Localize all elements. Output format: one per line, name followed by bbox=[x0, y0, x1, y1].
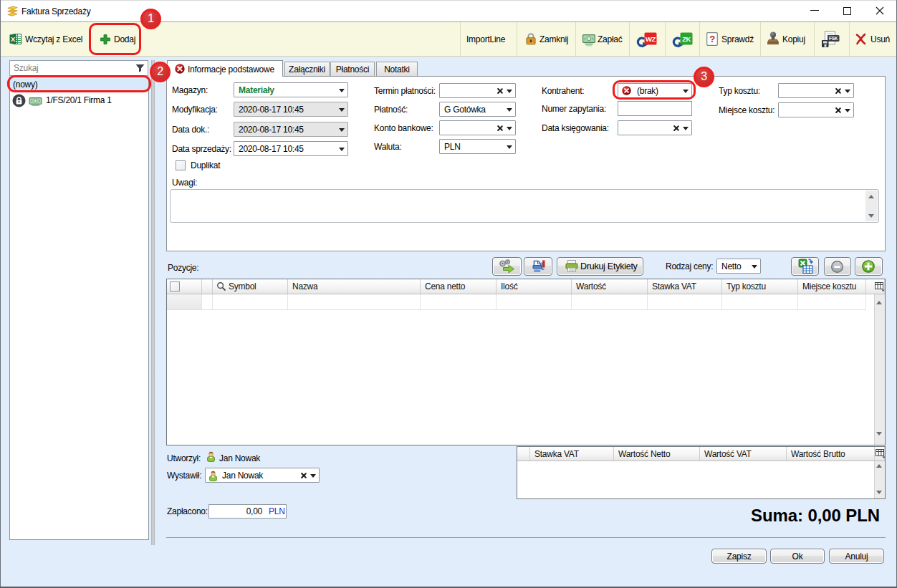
svg-text:WZ: WZ bbox=[646, 35, 656, 43]
svg-text:X: X bbox=[11, 35, 16, 43]
svg-text:FSK: FSK bbox=[829, 36, 838, 41]
svg-text:ZK: ZK bbox=[682, 35, 691, 43]
svg-text:?: ? bbox=[709, 34, 715, 44]
